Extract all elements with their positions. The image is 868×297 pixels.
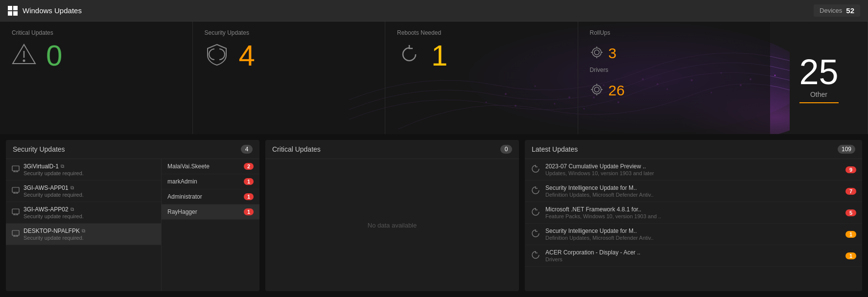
ext-link-icon: ⧉ [70, 206, 74, 212]
update-info: 2023-07 Cumulative Update Preview .. Upd… [545, 163, 841, 176]
drivers-label: Drivers [590, 67, 759, 73]
device-info: DESKTOP-NPALFPK ⧉ Security update requir… [23, 228, 155, 241]
security-updates-panel: Security Updates 4 [193, 22, 386, 134]
other-line [799, 102, 839, 103]
update-info: ACER Corporation - Display - Acer .. Dri… [545, 249, 841, 262]
update-item[interactable]: Microsoft .NET Framework 4.8.1 for.. Fea… [525, 202, 862, 224]
update-sub: Definition Updates, Microsoft Defender A… [545, 235, 841, 241]
device-item[interactable]: 3GI-AWS-APP02 ⧉ Security update required… [6, 202, 161, 224]
device-icon [12, 165, 20, 175]
update-icon [531, 228, 540, 240]
user-name: MalaiVai.Skeete [167, 163, 210, 170]
latest-panel-badge: 109 [838, 145, 855, 154]
update-count-badge: 5 [845, 209, 856, 216]
rollups-drivers-panel: RollUps 3 Drivers [578, 22, 771, 134]
app-title: Windows Updates [23, 6, 82, 15]
device-item[interactable]: 3GiVirtualD-1 ⧉ Security update required… [6, 159, 161, 181]
latest-panel-title: Latest Updates [532, 145, 578, 153]
ext-link-icon: ⧉ [61, 163, 64, 169]
header-left: Windows Updates [8, 6, 82, 16]
update-name: Microsoft .NET Framework 4.8.1 for.. [545, 206, 841, 213]
device-icon [12, 208, 20, 218]
user-count-badge: 1 [244, 208, 254, 215]
device-item[interactable]: DESKTOP-NPALFPK ⧉ Security update requir… [6, 224, 161, 245]
user-count-badge: 1 [244, 178, 254, 185]
device-info: 3GiVirtualD-1 ⧉ Security update required… [23, 163, 155, 176]
drivers-value: 26 [609, 82, 625, 99]
svg-rect-37 [12, 166, 19, 171]
security-panel-badge: 4 [241, 145, 253, 154]
reboots-value: 1 [431, 41, 447, 70]
rollups-row: 3 [590, 45, 759, 62]
update-name: ACER Corporation - Display - Acer .. [545, 249, 841, 256]
update-item[interactable]: Security Intelligence Update for M.. Def… [525, 181, 862, 202]
device-sub: Security update required. [23, 213, 155, 219]
svg-point-24 [23, 60, 25, 62]
security-devices-list[interactable]: 3GiVirtualD-1 ⧉ Security update required… [6, 159, 162, 291]
latest-panel-header: Latest Updates 109 [525, 140, 862, 159]
svg-point-31 [592, 85, 601, 94]
rollups-icon [590, 46, 604, 61]
security-panel-header: Security Updates 4 [6, 140, 259, 159]
drivers-icon [590, 83, 604, 98]
update-sub: Feature Packs, Windows 10, version 1903 … [545, 213, 841, 219]
device-sub: Security update required. [23, 235, 155, 241]
update-icon [531, 164, 540, 176]
device-name: 3GI-AWS-APP02 ⧉ [23, 206, 155, 213]
device-sub: Security update required. [23, 170, 155, 176]
user-item[interactable]: markAdmin 1 [162, 174, 259, 189]
critical-panel-title: Critical Updates [272, 145, 321, 153]
user-name: markAdmin [167, 178, 197, 185]
critical-panel-body: No data available [265, 159, 519, 291]
rollups-value: 3 [609, 45, 617, 62]
update-item[interactable]: 2023-07 Cumulative Update Preview .. Upd… [525, 159, 862, 181]
panels-area: Security Updates 4 3GiVirtualD-1 ⧉ Secur… [0, 134, 868, 297]
svg-point-26 [594, 50, 599, 55]
security-users-list[interactable]: MalaiVai.Skeete 2 markAdmin 1 Administra… [162, 159, 259, 291]
drivers-row: 26 [590, 82, 759, 99]
user-item[interactable]: RayHagger 1 [162, 205, 259, 220]
update-name: Security Intelligence Update for M.. [545, 184, 841, 191]
no-data-message: No data available [265, 159, 519, 291]
device-info: 3GI-AWS-APP01 ⧉ Security update required… [23, 184, 155, 198]
update-icon [531, 250, 540, 262]
update-icon [531, 207, 540, 219]
update-sub: Updates, Windows 10, version 1903 and la… [545, 170, 841, 176]
update-count-badge: 1 [845, 252, 856, 259]
svg-point-25 [592, 48, 601, 57]
security-updates-row: 4 [205, 41, 374, 70]
update-count-badge: 1 [845, 231, 856, 238]
update-sub: Definition Updates, Microsoft Defender A… [545, 192, 841, 198]
header: Windows Updates Devices 52 [0, 0, 868, 22]
svg-rect-49 [12, 230, 19, 235]
devices-label: Devices [820, 7, 842, 14]
update-count-badge: 9 [845, 166, 856, 173]
critical-updates-panel: Critical Updates 0 [0, 22, 193, 134]
critical-updates-label: Critical Updates [12, 29, 181, 36]
update-item[interactable]: Security Intelligence Update for M.. Def… [525, 224, 862, 245]
svg-rect-41 [12, 187, 19, 192]
other-label: Other [810, 91, 827, 98]
other-value: 25 [799, 54, 838, 90]
device-name: 3GI-AWS-APP01 ⧉ [23, 184, 155, 191]
devices-badge: Devices 52 [814, 4, 860, 17]
security-updates-value: 4 [239, 41, 255, 70]
device-name: DESKTOP-NPALFPK ⧉ [23, 228, 155, 234]
latest-panel-body: 2023-07 Cumulative Update Preview .. Upd… [525, 159, 862, 291]
critical-panel-header: Critical Updates 0 [265, 140, 519, 159]
critical-panel-badge: 0 [500, 145, 512, 154]
device-item[interactable]: 3GI-AWS-APP01 ⧉ Security update required… [6, 181, 161, 202]
reboots-panel: Reboots Needed 1 [385, 22, 578, 134]
ext-link-icon: ⧉ [82, 228, 85, 234]
update-item[interactable]: ACER Corporation - Display - Acer .. Dri… [525, 245, 862, 267]
svg-rect-45 [12, 209, 19, 214]
update-info: Security Intelligence Update for M.. Def… [545, 228, 841, 241]
update-info: Security Intelligence Update for M.. Def… [545, 184, 841, 198]
svg-point-32 [594, 87, 599, 92]
device-info: 3GI-AWS-APP02 ⧉ Security update required… [23, 206, 155, 219]
user-item[interactable]: Administrator 1 [162, 189, 259, 205]
windows-icon [8, 6, 18, 16]
rollups-label: RollUps [590, 29, 759, 36]
update-info: Microsoft .NET Framework 4.8.1 for.. Fea… [545, 206, 841, 219]
user-item[interactable]: MalaiVai.Skeete 2 [162, 159, 259, 174]
